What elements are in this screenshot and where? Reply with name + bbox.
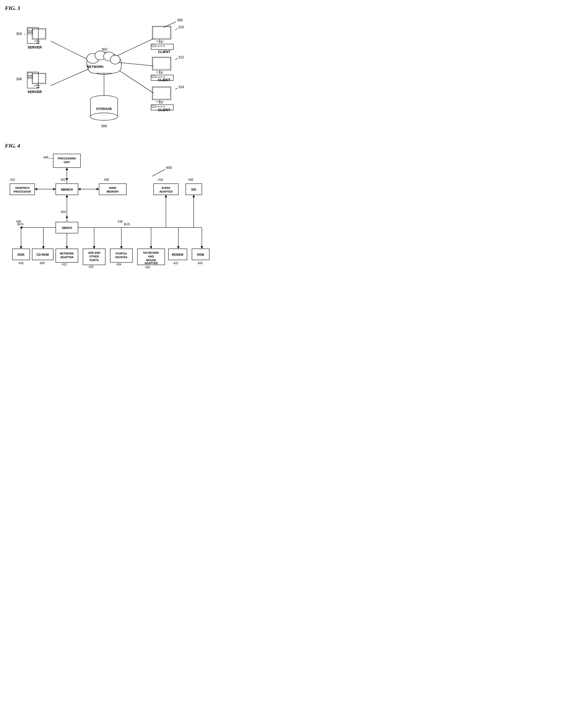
svg-rect-127	[154, 184, 178, 195]
svg-point-25	[39, 87, 40, 88]
svg-line-2	[114, 38, 154, 57]
svg-text:PORTS: PORTS	[90, 259, 99, 262]
svg-marker-125	[35, 188, 37, 190]
svg-text:PROCESSOR: PROCESSOR	[14, 190, 31, 193]
svg-rect-11	[33, 29, 45, 38]
svg-text:308: 308	[101, 124, 107, 128]
svg-rect-58	[152, 76, 155, 78]
svg-rect-33	[91, 99, 118, 116]
svg-text:BUS: BUS	[17, 223, 24, 226]
svg-text:ADAPTER: ADAPTER	[145, 262, 157, 265]
svg-rect-113	[99, 184, 126, 195]
svg-text:CLIENT: CLIENT	[158, 50, 171, 54]
svg-rect-57	[151, 75, 173, 80]
svg-point-14	[37, 43, 37, 44]
svg-text:GRAPHICS: GRAPHICS	[15, 186, 29, 189]
svg-text:440: 440	[16, 220, 21, 223]
svg-text:SIO: SIO	[191, 188, 196, 191]
svg-rect-38	[152, 26, 171, 39]
svg-rect-17	[28, 73, 32, 75]
svg-rect-134	[56, 222, 78, 233]
svg-marker-148	[20, 246, 22, 249]
svg-text:CLIENT: CLIENT	[158, 108, 171, 112]
svg-line-3	[115, 62, 154, 66]
svg-text:416: 416	[158, 178, 163, 181]
svg-line-1	[51, 67, 93, 86]
svg-line-78	[163, 22, 176, 27]
svg-text:NB/MCH: NB/MCH	[61, 188, 73, 191]
svg-text:MODEM: MODEM	[172, 253, 183, 256]
svg-marker-158	[150, 246, 152, 249]
svg-rect-182	[137, 249, 165, 265]
svg-marker-119	[97, 188, 99, 190]
svg-rect-18	[28, 76, 32, 77]
svg-text:SB/ICH: SB/ICH	[62, 226, 72, 230]
fig3-title: FIG. 3	[5, 5, 218, 11]
svg-rect-120	[10, 184, 35, 195]
svg-rect-191	[192, 249, 209, 260]
svg-text:400: 400	[166, 165, 172, 170]
svg-text:304: 304	[16, 32, 22, 36]
svg-text:DISK: DISK	[18, 253, 25, 256]
figure-3: FIG. 3	[5, 5, 218, 133]
svg-text:412: 412	[62, 263, 67, 266]
svg-rect-19	[28, 77, 32, 79]
svg-rect-163	[12, 249, 30, 260]
svg-point-30	[110, 55, 120, 64]
svg-text:USB AND: USB AND	[88, 251, 100, 254]
svg-point-68	[159, 102, 160, 103]
svg-point-28	[95, 51, 106, 60]
svg-marker-126	[53, 188, 56, 190]
svg-marker-118	[78, 188, 80, 190]
svg-text:≫: ≫	[163, 105, 165, 108]
svg-rect-166	[32, 249, 53, 260]
svg-marker-102	[66, 178, 68, 181]
svg-text:≫: ≫	[157, 76, 160, 78]
svg-point-69	[161, 102, 162, 103]
fig4-container: PROCESSING UNIT 406 NB/MCH 402 404	[5, 152, 218, 300]
svg-text:≫: ≫	[155, 76, 157, 78]
svg-marker-111	[66, 195, 68, 197]
svg-text:≫: ≫	[160, 45, 162, 47]
svg-marker-150	[42, 246, 45, 249]
svg-line-0	[51, 41, 93, 62]
figure-4: FIG. 4 PROCESSING UNIT 406 NB/MCH 402	[5, 142, 218, 300]
svg-marker-156	[120, 246, 123, 249]
svg-text:STORAGE: STORAGE	[96, 107, 112, 111]
svg-text:MOUSE: MOUSE	[146, 259, 156, 262]
svg-point-29	[104, 52, 115, 61]
svg-text:UNIT: UNIT	[63, 161, 70, 164]
svg-text:≫: ≫	[160, 76, 162, 78]
svg-rect-9	[28, 33, 32, 34]
svg-text:≫: ≫	[157, 45, 160, 47]
svg-text:402: 402	[61, 178, 66, 181]
svg-text:302: 302	[102, 47, 107, 51]
svg-rect-21	[33, 74, 45, 83]
svg-text:422: 422	[173, 261, 178, 265]
svg-rect-95	[53, 154, 80, 167]
fig3-container: NETWORK STORAGE	[5, 14, 218, 133]
svg-text:ADAPTER: ADAPTER	[60, 256, 73, 259]
svg-rect-7	[28, 28, 32, 31]
svg-rect-70	[151, 105, 173, 110]
svg-text:424: 424	[198, 261, 203, 265]
svg-rect-8	[28, 31, 32, 32]
svg-text:ADAPTER: ADAPTER	[159, 190, 172, 193]
svg-text:NETWORK: NETWORK	[60, 252, 74, 255]
svg-text:≫: ≫	[155, 45, 157, 47]
svg-text:ROM: ROM	[197, 253, 204, 256]
svg-marker-144	[20, 226, 22, 229]
svg-text:420: 420	[145, 266, 150, 269]
svg-point-42	[159, 42, 160, 43]
svg-text:PROCESSING: PROCESSING	[58, 157, 76, 160]
svg-text:434: 434	[117, 263, 121, 266]
svg-marker-152	[66, 246, 68, 249]
svg-rect-131	[186, 184, 202, 195]
svg-rect-65	[153, 88, 170, 99]
svg-point-27	[87, 53, 99, 63]
svg-text:SERVER: SERVER	[27, 90, 42, 94]
svg-rect-10	[32, 29, 46, 39]
svg-text:404: 404	[61, 210, 66, 214]
svg-point-26	[87, 52, 121, 75]
svg-text:300: 300	[177, 18, 183, 22]
